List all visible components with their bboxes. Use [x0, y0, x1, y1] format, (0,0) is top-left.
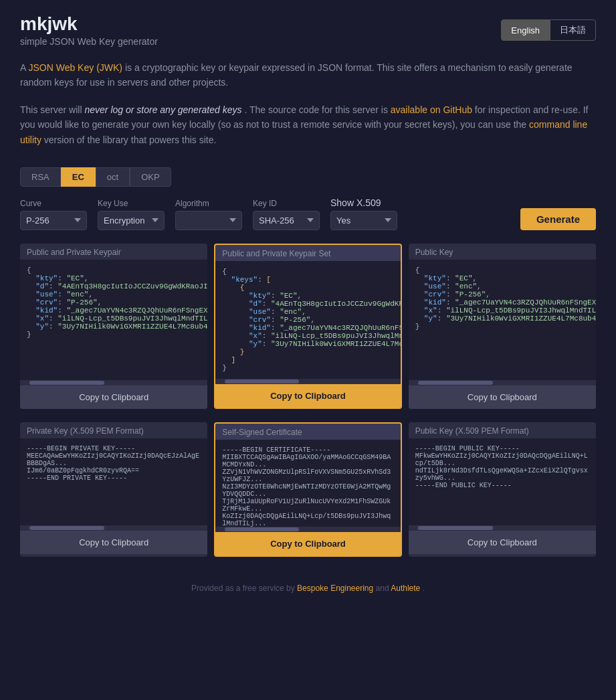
lang-english-button[interactable]: English — [501, 19, 550, 41]
language-switcher: English 日本語 — [501, 19, 596, 41]
public-key-pem-card: Public Key (X.509 PEM Format) -----BEGIN… — [409, 422, 596, 557]
cert-scrollbar[interactable] — [215, 527, 400, 532]
public-private-keypair-label: Public and Private Keypair — [20, 244, 207, 260]
key-id-label: Key ID — [253, 199, 320, 208]
jwk-link[interactable]: JSON Web Key (JWK) — [28, 62, 122, 73]
keypair-set-label: Public and Private Keypair Set — [215, 245, 400, 261]
output-grid: Public and Private Keypair { "kty": "EC"… — [0, 237, 616, 422]
public-key-pem-label: Public Key (X.509 PEM Format) — [409, 422, 596, 438]
public-private-keypair-code: { "kty": "EC", "d": "4AEnTq3H8gcIutIoJCC… — [20, 260, 207, 380]
curve-label: Curve — [20, 199, 87, 208]
never-log-text: never log or store any generated keys — [84, 104, 241, 115]
github-link[interactable]: available on GitHub — [391, 104, 472, 115]
public-private-keypair-card: Public and Private Keypair { "kty": "EC"… — [20, 244, 207, 409]
public-key-code: { "kty": "EC", "use": "enc", "crv": "P-2… — [409, 260, 596, 380]
show-x509-label: Show X.509 — [330, 197, 397, 208]
tab-oct[interactable]: oct — [96, 167, 130, 187]
public-private-keypair-set-card: Public and Private Keypair Set { "keys":… — [214, 244, 401, 409]
keypair-set-scrollbar[interactable] — [215, 379, 400, 384]
public-key-scrollbar[interactable] — [409, 380, 596, 385]
tab-ec[interactable]: EC — [61, 167, 96, 187]
authlete-link[interactable]: Authlete — [391, 584, 420, 593]
public-key-card: Public Key { "kty": "EC", "use": "enc", … — [409, 244, 596, 409]
copy-keypair-set-button[interactable]: Copy to Clipboard — [215, 384, 400, 408]
self-signed-cert-card: Self-Signed Certificate -----BEGIN CERTI… — [214, 422, 401, 557]
this-server-text: This server will — [20, 104, 84, 115]
key-use-group: Key Use Encryption Signature — [98, 199, 165, 230]
key-use-label: Key Use — [98, 199, 165, 208]
footer: Provided as a free service by Bespoke En… — [0, 570, 616, 606]
intro-paragraph: A JSON Web Key (JWK) is a cryptographic … — [0, 54, 616, 97]
copy-public-key-button[interactable]: Copy to Clipboard — [409, 385, 596, 409]
keypair-scrollbar[interactable] — [20, 380, 207, 385]
curve-select[interactable]: P-256 P-384 P-521 — [20, 211, 87, 230]
public-key-pem-code: -----BEGIN PUBLIC KEY----- MFkwEwYHKoZIz… — [409, 438, 596, 525]
generate-button[interactable]: Generate — [520, 208, 596, 230]
public-key-pem-scrollbar[interactable] — [409, 525, 596, 531]
app-title: mkjwk — [20, 13, 158, 35]
key-use-select[interactable]: Encryption Signature — [98, 211, 165, 230]
algorithm-label: Algorithm — [175, 199, 242, 208]
footer-and: and — [376, 584, 391, 593]
algorithm-group: Algorithm RS256 RS384 — [175, 199, 242, 230]
lang-japanese-button[interactable]: 日本語 — [550, 19, 596, 41]
key-id-select[interactable]: SHA-256 None Custom — [253, 211, 320, 230]
bottom-grid: Private Key (X.509 PEM Format) -----BEGI… — [0, 422, 616, 570]
tab-okp[interactable]: OKP — [130, 167, 171, 187]
tab-rsa[interactable]: RSA — [20, 167, 61, 187]
show-x509-group: Show X.509 Yes No — [330, 197, 397, 230]
footer-text: Provided as a free service by — [191, 584, 297, 593]
curve-group: Curve P-256 P-384 P-521 — [20, 199, 87, 230]
bespoke-link[interactable]: Bespoke Engineering — [297, 584, 373, 593]
form-row: Curve P-256 P-384 P-521 Key Use Encrypti… — [20, 197, 596, 230]
page-header: mkjwk simple JSON Web Key generator Engl… — [0, 0, 616, 54]
private-key-pem-code: -----BEGIN PRIVATE KEY----- MEECAQAwEwYH… — [20, 438, 207, 525]
controls-section: RSA EC oct OKP Curve P-256 P-384 P-521 K… — [0, 154, 616, 237]
app-subtitle: simple JSON Web Key generator — [20, 36, 158, 47]
footer-period: . — [423, 584, 425, 593]
copy-keypair-button[interactable]: Copy to Clipboard — [20, 385, 207, 409]
copy-private-key-pem-button[interactable]: Copy to Clipboard — [20, 531, 207, 554]
private-key-scrollbar[interactable] — [20, 525, 207, 531]
algorithm-select[interactable]: RS256 RS384 — [175, 211, 242, 230]
public-key-label: Public Key — [409, 244, 596, 260]
copy-cert-button[interactable]: Copy to Clipboard — [215, 532, 400, 555]
title-block: mkjwk simple JSON Web Key generator — [20, 13, 158, 47]
show-x509-select[interactable]: Yes No — [330, 211, 397, 230]
self-signed-cert-code: -----BEGIN CERTIFICATE----- MIIBXTCCAQSg… — [215, 440, 400, 527]
private-key-pem-card: Private Key (X.509 PEM Format) -----BEGI… — [20, 422, 207, 557]
private-key-pem-label: Private Key (X.509 PEM Format) — [20, 422, 207, 438]
self-signed-cert-label: Self-Signed Certificate — [215, 424, 400, 440]
tab-row: RSA EC oct OKP — [20, 167, 596, 187]
copy-public-key-pem-button[interactable]: Copy to Clipboard — [409, 531, 596, 554]
intro-second-paragraph: This server will never log or store any … — [0, 97, 616, 154]
key-id-group: Key ID SHA-256 None Custom — [253, 199, 320, 230]
keypair-set-code: { "keys": [ { "kty": "EC", "d": "4AEnTq3… — [215, 261, 400, 379]
